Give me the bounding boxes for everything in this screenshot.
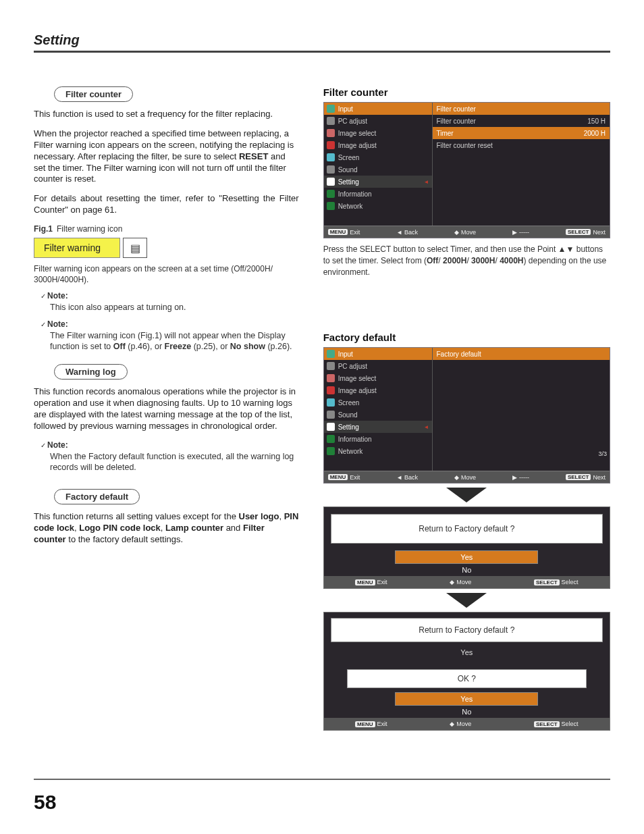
osd-right-header: Factory default: [433, 348, 610, 360]
monitor-icon: [327, 362, 335, 370]
text: Input: [338, 350, 353, 358]
osd-item-information[interactable]: Information: [324, 188, 432, 200]
select-badge: SELECT: [534, 579, 560, 585]
ok-question-box: OK ?: [347, 669, 587, 688]
bottom-rule: [34, 779, 610, 780]
osd-right-header: Filter counter: [433, 103, 610, 115]
text: Screen: [338, 154, 360, 161]
text: Image adjust: [338, 387, 377, 394]
text: Network: [338, 203, 363, 210]
osd-item-input[interactable]: Input: [324, 103, 432, 115]
osd-item-imageselect[interactable]: Image select: [324, 127, 432, 139]
filter-counter-heading: Filter counter: [323, 86, 610, 98]
next-arrow-icon: ▶: [512, 229, 517, 236]
move-label: Move: [456, 721, 471, 727]
text: Image select: [338, 130, 377, 137]
ok-no-button[interactable]: No: [395, 706, 538, 718]
text: Sound: [338, 166, 358, 174]
osd-right-panel: Filter counter Filter counter150 H Timer…: [433, 103, 610, 226]
text-bold: 3000H: [471, 256, 495, 265]
value: 150 H: [587, 118, 606, 125]
osd-item-screen[interactable]: Screen: [324, 396, 432, 409]
next-arrow-icon: ▶: [512, 474, 517, 481]
exit-label: Exit: [377, 579, 387, 585]
osd-item-setting[interactable]: Setting: [324, 176, 432, 188]
move-label: Move: [461, 474, 476, 481]
confirm-footer: MENUExit ◆Move SELECTSelect: [324, 576, 610, 588]
network-icon: [327, 447, 335, 455]
osd-row-timer[interactable]: Timer2000 H: [433, 127, 610, 139]
left-column: Filter counter This function is used to …: [34, 86, 299, 731]
next-label: Next: [593, 474, 606, 481]
osd-row-filter-reset[interactable]: Filter counter reset: [433, 139, 610, 151]
text: This function returns all setting values…: [34, 511, 239, 521]
osd-item-network[interactable]: Network: [324, 445, 432, 457]
back-arrow-icon: ◄: [396, 229, 402, 236]
osd-item-pcadjust[interactable]: PC adjust: [324, 360, 432, 372]
filter-counter-caption: Press the SELECT button to select Timer,…: [323, 244, 610, 278]
osd-item-pcadjust[interactable]: PC adjust: [324, 115, 432, 127]
screen-icon: [327, 153, 335, 161]
select-badge: SELECT: [534, 721, 560, 727]
osd-item-information[interactable]: Information: [324, 433, 432, 445]
pill-warning-log: Warning log: [54, 364, 128, 380]
osd-item-sound[interactable]: Sound: [324, 163, 432, 176]
text: Setting: [338, 178, 359, 186]
move-arrows-icon: ◆: [450, 579, 454, 585]
input-icon: [327, 105, 335, 113]
filter-counter-desc-1: This function is used to set a frequency…: [34, 109, 299, 120]
text: (p.26).: [265, 342, 292, 351]
back-label: Back: [404, 229, 418, 236]
move-label: Move: [456, 579, 471, 585]
text-bold: Freeze: [165, 342, 192, 351]
osd-right-panel: Factory default: [433, 348, 610, 471]
osd-item-sound[interactable]: Sound: [324, 409, 432, 421]
select-label: Select: [562, 579, 579, 585]
confirm-yes-button[interactable]: Yes: [395, 550, 538, 564]
text: ,: [161, 523, 165, 533]
image-adjust-icon: [327, 386, 335, 394]
right-column: Filter counter Input PC adjust Image sel…: [323, 86, 610, 731]
pill-factory-default: Factory default: [54, 489, 140, 504]
text: Screen: [338, 399, 360, 407]
ok-yes-button[interactable]: Yes: [395, 692, 538, 706]
screen-icon: [327, 398, 335, 407]
page-number: 58: [34, 791, 56, 814]
exit-label: Exit: [377, 721, 387, 727]
confirm-dialog-2: Return to Factory default ? Yes OK ? Yes…: [323, 612, 610, 731]
text: and: [223, 523, 243, 533]
osd-filter-counter: Input PC adjust Image select Image adjus…: [323, 102, 610, 238]
osd-item-network[interactable]: Network: [324, 200, 432, 212]
move-arrows-icon: ◆: [454, 474, 459, 481]
note1-text: This icon also appears at turning on.: [50, 302, 299, 313]
osd-left-menu: Input PC adjust Image select Image adjus…: [324, 348, 433, 471]
confirm-no-button[interactable]: No: [395, 564, 538, 576]
image-adjust-icon: [327, 141, 335, 149]
text-bold: Off: [113, 342, 126, 351]
filter-counter-desc-3: For details about resetting the timer, r…: [34, 193, 299, 216]
menu-badge: MENU: [355, 579, 375, 585]
osd-row-filter-counter[interactable]: Filter counter150 H: [433, 115, 610, 127]
osd-item-imageadjust[interactable]: Image adjust: [324, 139, 432, 151]
text-bold: No show: [230, 342, 265, 351]
osd-item-imageadjust[interactable]: Image adjust: [324, 384, 432, 396]
text: PC adjust: [338, 118, 367, 125]
factory-default-heading: Factory default: [323, 332, 610, 343]
exit-label: Exit: [350, 229, 360, 236]
image-select-icon: [327, 129, 335, 137]
text: (p.46), or: [126, 342, 165, 351]
osd-footer: MENUExit ◄Back ◆Move ▶----- SELECTNext: [324, 471, 610, 483]
value: 2000 H: [584, 130, 606, 137]
next-label: Next: [593, 229, 606, 236]
filter-warning-icon: ▤: [123, 238, 147, 258]
note-label: Note:: [47, 440, 68, 450]
osd-item-input[interactable]: Input: [324, 348, 432, 360]
osd-item-setting[interactable]: Setting: [324, 421, 432, 433]
text: Information: [338, 190, 372, 198]
note-label: Note:: [47, 319, 68, 329]
osd-item-imageselect[interactable]: Image select: [324, 372, 432, 384]
move-arrows-icon: ◆: [454, 229, 459, 236]
text-bold: Logo PIN code lock: [79, 523, 161, 533]
osd-item-screen[interactable]: Screen: [324, 151, 432, 163]
exit-label: Exit: [350, 474, 360, 481]
